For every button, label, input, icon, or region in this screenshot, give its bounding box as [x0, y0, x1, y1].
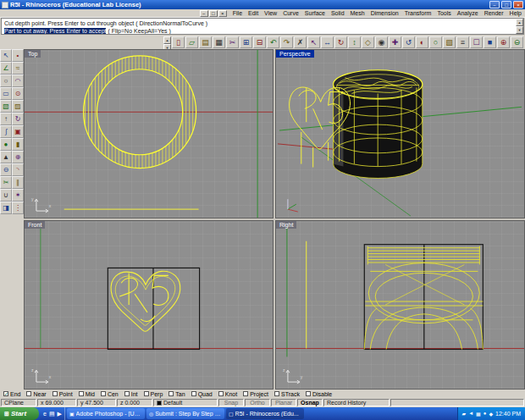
fillet-tool-icon[interactable]: ◝ — [12, 163, 24, 176]
toolbar-spinner[interactable]: ▲ ▼ — [163, 36, 171, 48]
osnap-toggle[interactable]: Disable — [306, 391, 332, 397]
ungroup-icon[interactable]: ⊖ — [511, 36, 523, 48]
viewport-front-label[interactable]: Front — [25, 221, 45, 229]
mirror-tool-icon[interactable]: ◨ — [0, 202, 12, 214]
split-tool-icon[interactable]: ∥ — [12, 176, 24, 189]
menu-item[interactable]: Curve — [283, 10, 299, 16]
hide-icon[interactable]: ☐ — [470, 36, 483, 48]
delete-icon[interactable]: ✗ — [294, 36, 307, 48]
pan-icon[interactable]: ✚ — [389, 36, 401, 48]
surface-tool-icon[interactable]: ▧ — [0, 100, 12, 113]
group-icon[interactable]: ⊕ — [497, 36, 510, 48]
lock-icon[interactable]: ■ — [484, 36, 496, 48]
cut-box-outline[interactable] — [364, 245, 483, 350]
command-scrollbar[interactable]: ▲ ▼ — [516, 19, 523, 34]
viewport-front-canvas[interactable]: z x — [25, 221, 273, 389]
taskbar-task[interactable]: ▣ Adobe Photoshop - [Unti... — [67, 408, 145, 419]
zoom-extents-icon[interactable]: ◇ — [362, 36, 374, 48]
menu-item[interactable]: Tools — [437, 10, 450, 16]
cplane-selector[interactable]: CPlane — [1, 399, 36, 406]
osnap-checkbox[interactable] — [124, 391, 130, 396]
shaded-view-icon[interactable]: ◐ — [416, 36, 428, 48]
viewport-right[interactable]: Right — [275, 220, 525, 390]
menu-item[interactable]: Help — [510, 10, 522, 16]
osnap-checkbox[interactable] — [243, 391, 248, 396]
osnap-toggle[interactable]: Cen — [101, 391, 119, 397]
copy-icon[interactable]: ⊞ — [240, 36, 252, 48]
status-toggle[interactable]: Planar — [271, 399, 296, 406]
viewport-perspective-label[interactable]: Perspective — [276, 50, 314, 58]
menu-item[interactable]: Render — [484, 10, 504, 16]
status-toggle[interactable]: Osnap — [297, 399, 323, 406]
osnap-checkbox[interactable] — [101, 391, 106, 396]
osnap-checkbox[interactable] — [52, 391, 58, 396]
revolve-tool-icon[interactable]: ↻ — [12, 113, 24, 125]
record-history-toggle[interactable]: Record History — [323, 399, 390, 406]
viewport-front[interactable]: Front — [24, 220, 274, 390]
union-tool-icon[interactable]: ⊕ — [12, 151, 24, 163]
point-tool-icon[interactable]: • — [12, 49, 24, 62]
zoom-window-icon[interactable]: ◉ — [375, 36, 388, 48]
menu-item[interactable]: File — [233, 10, 242, 16]
osnap-toggle[interactable]: Near — [26, 391, 46, 397]
taskbar-task[interactable]: ◎ Submit : Step By Step - [W... — [146, 408, 224, 419]
scroll-up-icon[interactable]: ▲ — [516, 19, 523, 26]
minimize-button[interactable]: − — [489, 1, 500, 8]
sweep-tool-icon[interactable]: ∫ — [0, 125, 12, 138]
osnap-checkbox[interactable] — [191, 391, 196, 396]
circle-tool-icon[interactable]: ○ — [0, 75, 12, 87]
osnap-toggle[interactable]: Quad — [191, 391, 213, 397]
status-toggle[interactable]: Ortho — [245, 399, 270, 406]
viewport-top-label[interactable]: Top — [25, 50, 41, 58]
menu-item[interactable]: Edit — [248, 10, 258, 16]
select-tool-icon[interactable]: ↖ — [0, 49, 12, 62]
polyline-tool-icon[interactable]: ∠ — [0, 62, 12, 75]
osnap-toggle[interactable]: Knot — [218, 391, 237, 397]
cylinder-tool-icon[interactable]: ▮ — [12, 138, 24, 151]
osnap-checkbox[interactable] — [218, 391, 224, 396]
box-tool-icon[interactable]: ▣ — [12, 125, 24, 138]
osnap-checkbox[interactable] — [306, 391, 311, 396]
paste-icon[interactable]: ⊟ — [253, 36, 266, 48]
save-file-icon[interactable]: ▤ — [199, 36, 212, 48]
rotate-view-icon[interactable]: ↺ — [402, 36, 415, 48]
menu-item[interactable]: Mesh — [351, 10, 365, 16]
viewport-perspective[interactable]: Perspective — [275, 49, 525, 218]
viewport-top[interactable]: Top — [24, 49, 274, 218]
menu-item[interactable]: View — [264, 10, 277, 16]
layers-icon[interactable]: ▧ — [443, 36, 456, 48]
safely-remove-icon[interactable]: ▰ — [462, 411, 467, 417]
status-toggle[interactable]: Snap — [218, 399, 244, 406]
rotate-icon[interactable]: ↻ — [334, 36, 347, 48]
move-icon[interactable]: ↔ — [321, 36, 334, 48]
osnap-checkbox[interactable] — [169, 391, 174, 396]
loft-tool-icon[interactable]: ▨ — [12, 100, 24, 113]
maximize-button[interactable]: □ — [501, 1, 511, 8]
show-desktop-icon[interactable]: ▤ — [49, 411, 55, 417]
osnap-toggle[interactable]: Tan — [169, 391, 185, 397]
osnap-toggle[interactable]: Project — [243, 391, 268, 397]
osnap-checkbox[interactable] — [144, 391, 149, 396]
curve-tool-icon[interactable]: ≈ — [12, 62, 24, 75]
close-button[interactable]: × — [513, 1, 523, 8]
arc-tool-icon[interactable]: ◠ — [12, 75, 24, 87]
select-icon[interactable]: ↖ — [307, 36, 320, 48]
mdi-close-button[interactable]: × — [218, 10, 227, 17]
join-tool-icon[interactable]: ∪ — [0, 189, 12, 202]
osnap-checkbox[interactable] — [79, 391, 84, 396]
properties-icon[interactable]: ≡ — [456, 36, 469, 48]
command-area[interactable]: Cut depth point. Press Enter to cut thro… — [1, 18, 524, 35]
new-file-icon[interactable]: ▯ — [172, 36, 185, 48]
cone-tool-icon[interactable]: ▲ — [0, 151, 12, 163]
menu-item[interactable]: Solid — [331, 10, 345, 16]
osnap-toggle[interactable]: Int — [124, 391, 138, 397]
menu-item[interactable]: Surface — [305, 10, 325, 16]
mdi-restore-button[interactable]: □ — [209, 10, 218, 17]
network-icon[interactable]: ▦ — [476, 411, 481, 417]
osnap-toggle[interactable]: STrack — [274, 391, 300, 397]
cut-icon[interactable]: ✂ — [226, 36, 239, 48]
scale-icon[interactable]: ↕ — [348, 36, 361, 48]
osnap-toggle[interactable]: Point — [52, 391, 73, 397]
ellipse-tool-icon[interactable]: ⊙ — [12, 87, 24, 100]
trim-tool-icon[interactable]: ✂ — [0, 176, 12, 189]
